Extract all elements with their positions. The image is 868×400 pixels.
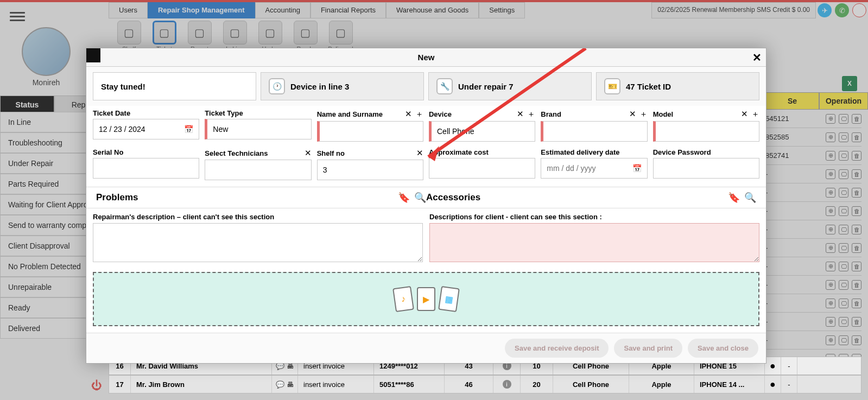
search-icon[interactable]: 🔍 xyxy=(414,192,426,204)
ticket-type-label: Ticket Type xyxy=(205,109,311,117)
accessories-heading: Accessories xyxy=(426,192,480,203)
clear-icon[interactable]: ✕ xyxy=(405,109,412,119)
device-input[interactable]: Cell Phone xyxy=(429,121,535,142)
repairman-desc-label: Repairman's description – client can't s… xyxy=(93,213,423,221)
repairman-desc-input[interactable] xyxy=(93,223,423,262)
bookmark-icon[interactable]: 🔖 xyxy=(728,192,740,204)
client-desc-label: Descriptions for client - client can see… xyxy=(429,213,759,221)
wrench-icon: 🔧 xyxy=(436,78,453,94)
approx-cost-input[interactable] xyxy=(429,158,535,179)
file-icon: ▦ xyxy=(438,286,460,312)
problems-heading: Problems xyxy=(96,192,138,203)
est-delivery-input[interactable]: 📅 xyxy=(541,158,647,179)
modal-title: New xyxy=(418,53,435,62)
select-tech-label: Select Technicians✕ xyxy=(205,148,311,158)
device-pwd-label: Device Password xyxy=(653,148,759,156)
shelf-no-input[interactable]: 3 xyxy=(317,160,423,180)
name-surname-input[interactable] xyxy=(317,121,423,142)
calendar-icon[interactable]: 📅 xyxy=(184,125,193,134)
file-dropzone[interactable]: ♪ ▶ ▦ xyxy=(93,272,759,326)
model-input[interactable] xyxy=(653,121,759,142)
clock-icon: 🕐 xyxy=(269,78,285,94)
clear-icon[interactable]: ✕ xyxy=(416,148,423,158)
file-icon: ♪ xyxy=(392,286,414,312)
add-icon[interactable]: ＋ xyxy=(415,109,423,119)
chat-icon[interactable]: 💬 xyxy=(276,380,284,389)
brand-input[interactable] xyxy=(541,121,647,142)
est-delivery-label: Estimated delivery date xyxy=(541,148,647,156)
save-print-button[interactable]: Save and print xyxy=(614,339,682,358)
save-close-button[interactable]: Save and close xyxy=(688,339,758,358)
name-surname-label: Name and Surname✕＋ xyxy=(317,109,423,119)
print-icon[interactable]: 🖶 xyxy=(287,380,294,389)
search-icon[interactable]: 🔍 xyxy=(744,192,756,204)
clear-icon[interactable]: ✕ xyxy=(305,148,312,158)
ticket-icon: 🎫 xyxy=(604,78,620,94)
ticket-date-input[interactable]: 12 / 23 / 2024📅 xyxy=(93,119,199,139)
approx-cost-label: Approximate cost xyxy=(429,148,535,156)
table-row[interactable]: 17Mr. Jim Brown💬🖶insert invoice5051****8… xyxy=(109,375,861,393)
shelf-no-label: Shelf no✕ xyxy=(317,148,423,158)
brand-label: Brand✕＋ xyxy=(541,109,647,119)
file-icon: ▶ xyxy=(417,287,435,311)
stage-under-repair[interactable]: 🔧Under repair 7 xyxy=(428,72,592,100)
modal-title-bar: New ✕ xyxy=(86,48,766,67)
serial-no-label: Serial No xyxy=(93,148,199,156)
select-tech-input[interactable] xyxy=(205,160,311,180)
calendar-icon[interactable]: 📅 xyxy=(632,164,642,173)
add-icon[interactable]: ＋ xyxy=(751,109,759,119)
bookmark-icon[interactable]: 🔖 xyxy=(398,192,410,204)
modal-handle[interactable] xyxy=(86,48,100,62)
clear-icon[interactable]: ✕ xyxy=(629,109,636,119)
serial-no-input[interactable] xyxy=(93,158,199,179)
add-icon[interactable]: ＋ xyxy=(527,109,535,119)
info-icon[interactable]: i xyxy=(503,380,511,389)
client-desc-input[interactable] xyxy=(429,223,759,262)
save-receive-deposit-button[interactable]: Save and receive deposit xyxy=(505,339,609,358)
ticket-type-input[interactable]: New xyxy=(205,119,311,139)
stage-ticket-id[interactable]: 🎫47 Ticket ID xyxy=(596,72,759,100)
ticket-date-label: Ticket Date xyxy=(93,109,199,117)
add-icon[interactable]: ＋ xyxy=(639,109,648,119)
model-label: Model✕＋ xyxy=(653,109,759,119)
device-pwd-input[interactable] xyxy=(653,158,759,179)
stage-stay-tuned[interactable]: Stay tuned! xyxy=(93,72,256,100)
stage-in-line[interactable]: 🕐Device in line 3 xyxy=(261,72,424,100)
clear-icon[interactable]: ✕ xyxy=(741,109,748,119)
device-label: Device✕＋ xyxy=(429,109,535,119)
clear-icon[interactable]: ✕ xyxy=(517,109,524,119)
close-icon[interactable]: ✕ xyxy=(752,51,762,64)
new-ticket-modal: New ✕ Stay tuned! 🕐Device in line 3 🔧Und… xyxy=(86,48,766,364)
